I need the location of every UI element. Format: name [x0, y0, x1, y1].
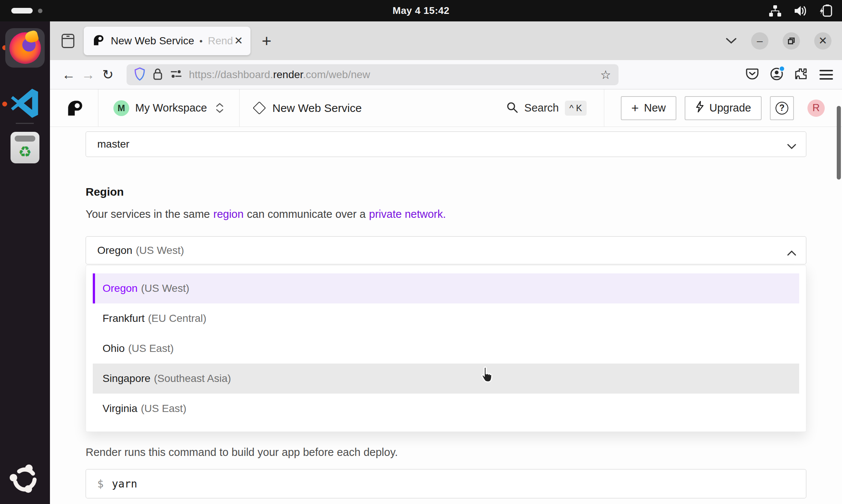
page-title: New Web Service [272, 102, 362, 115]
list-tabs-chevron-icon[interactable] [726, 38, 737, 44]
system-tray[interactable] [768, 0, 834, 21]
active-tab[interactable]: New Web Service•Rend ✕ [84, 27, 250, 55]
tab-favicon-render-icon [93, 35, 104, 47]
search-button[interactable]: Search ^ K [506, 101, 587, 116]
lightning-icon [695, 101, 704, 115]
navigation-bar: ← → ↻ https://dashboard.render.com/web/n… [50, 60, 842, 89]
new-tab-button[interactable]: + [262, 33, 272, 49]
extensions-puzzle-icon[interactable] [795, 67, 808, 82]
recycle-glyph: ♻ [18, 144, 32, 159]
volume-icon[interactable] [793, 5, 807, 17]
network-icon[interactable] [768, 5, 782, 17]
url-bar[interactable]: https://dashboard.render.com/web/new ☆ [127, 64, 619, 85]
branch-select[interactable]: master [86, 131, 806, 157]
build-command-help: Render runs this command to build your a… [86, 446, 806, 459]
firefox-icon [5, 28, 45, 68]
dock: ♻ [0, 21, 50, 504]
render-logo-icon[interactable] [66, 100, 83, 116]
help-button[interactable]: ? [770, 96, 794, 120]
region-option-oregon[interactable]: Oregon(US West) [93, 273, 799, 303]
tab-bar: New Web Service•Rend ✕ + – ✕ [50, 21, 842, 60]
minimize-button[interactable]: – [751, 32, 768, 50]
dock-firefox[interactable] [0, 21, 50, 74]
restore-icon [788, 38, 795, 44]
close-button[interactable]: ✕ [814, 32, 831, 50]
tab-overview-icon [62, 34, 74, 48]
region-dropdown-list: Oregon(US West) Frankfurt(EU Central) Oh… [86, 265, 806, 432]
browser-window: New Web Service•Rend ✕ + – ✕ ← → ↻ [50, 21, 842, 504]
chevron-up-icon [787, 246, 795, 255]
plus-icon: + [631, 101, 639, 115]
tracking-shield-icon[interactable] [134, 67, 145, 82]
system-clock[interactable]: May 4 15:42 [0, 0, 842, 21]
account-icon[interactable] [770, 67, 783, 82]
region-option-singapore[interactable]: Singapore(Southeast Asia) [93, 364, 799, 394]
branch-value: master [97, 138, 130, 150]
bookmark-star-icon[interactable]: ☆ [600, 68, 611, 82]
dock-vscode[interactable] [0, 81, 50, 127]
workspace-switcher[interactable]: M My Workspace [113, 100, 223, 116]
build-command-input[interactable]: $ yarn [86, 469, 806, 498]
workspace-chevron-updown-icon [216, 103, 223, 113]
page-title-group: New Web Service [255, 102, 362, 115]
render-page: M My Workspace New Web Service [50, 89, 842, 504]
new-button[interactable]: + New [621, 96, 676, 120]
menu-hamburger-icon[interactable] [819, 70, 833, 80]
screen: May 4 15:42 [0, 0, 842, 504]
trash-icon[interactable]: ♻ [11, 132, 39, 163]
diamond-icon [253, 101, 266, 115]
region-select-value: Oregon(US West) [97, 244, 184, 257]
region-option-virginia[interactable]: Virginia(US East) [93, 394, 799, 424]
site-header: M My Workspace New Web Service [50, 89, 842, 127]
tab-close-icon[interactable]: ✕ [234, 35, 243, 47]
command-prompt: $ [97, 478, 104, 490]
back-button[interactable]: ← [59, 65, 78, 85]
tab-title: New Web Service•Rend [111, 35, 233, 47]
account-notification-dot [779, 66, 785, 72]
workspace-avatar: M [113, 100, 129, 116]
battery-icon[interactable] [819, 5, 834, 17]
scrollbar-thumb[interactable] [837, 106, 841, 180]
forward-button[interactable]: → [78, 65, 98, 85]
search-label: Search [524, 102, 559, 114]
dock-separator [16, 123, 34, 124]
command-value: yarn [112, 478, 137, 490]
pocket-icon[interactable] [746, 68, 759, 81]
vscode-icon [9, 87, 42, 121]
private-network-link[interactable]: private network. [369, 208, 446, 220]
region-option-ohio[interactable]: Ohio(US East) [93, 333, 799, 364]
chevron-down-icon [787, 140, 795, 148]
search-shortcut-badge: ^ K [565, 101, 587, 116]
region-description: Your services in the sameregioncan commu… [86, 208, 806, 220]
region-select[interactable]: Oregon(US West) [86, 236, 806, 264]
tab-overview-button[interactable] [58, 31, 78, 51]
url-text: https://dashboard.render.com/web/new [189, 69, 370, 81]
region-option-frankfurt[interactable]: Frankfurt(EU Central) [93, 303, 799, 333]
reload-button[interactable]: ↻ [98, 65, 118, 85]
question-icon: ? [776, 102, 788, 115]
user-avatar[interactable]: R [807, 100, 825, 117]
running-indicator [2, 102, 7, 107]
ubuntu-logo-icon[interactable] [9, 464, 41, 495]
upgrade-button[interactable]: Upgrade [685, 96, 762, 120]
region-link[interactable]: region [213, 208, 244, 220]
lock-icon[interactable] [153, 68, 163, 82]
search-icon [506, 101, 518, 115]
form-content: master Region Your services in the samer… [50, 127, 842, 498]
restore-button[interactable] [783, 32, 800, 50]
region-heading: Region [86, 186, 806, 198]
permissions-icon[interactable] [170, 69, 182, 80]
system-top-bar: May 4 15:42 [0, 0, 842, 21]
workspace-name: My Workspace [135, 102, 207, 114]
